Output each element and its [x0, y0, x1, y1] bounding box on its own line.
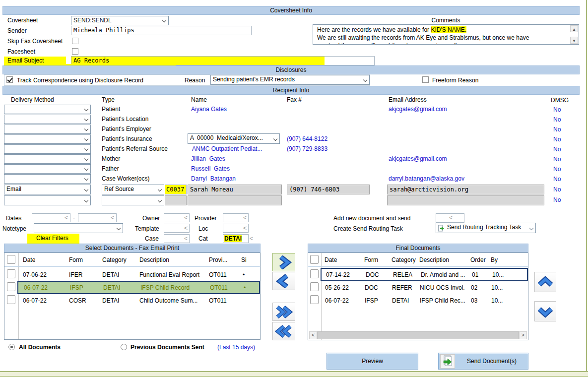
select-all-checkbox[interactable] [310, 255, 319, 264]
date-to-lookup-arrow[interactable]: < [111, 214, 114, 222]
delivery-method-select-1[interactable] [4, 105, 91, 114]
coversheet-info-bar: Coversheet Info [2, 6, 580, 15]
frow1-order: 01 [472, 271, 478, 279]
frow3-by: 10... [491, 297, 503, 305]
chevron-down-icon [158, 188, 162, 191]
select-all-checkbox[interactable] [7, 255, 15, 264]
date-from-lookup-arrow[interactable]: < [65, 214, 68, 222]
final-row1-checkbox[interactable] [310, 269, 319, 278]
col-header-by: By [491, 256, 498, 264]
move-right-button[interactable] [272, 253, 295, 271]
comments-textarea[interactable]: Here are the records we have available f… [313, 24, 579, 45]
recipient-fax-referral: (907) 729-8833 [287, 145, 327, 153]
chevron-down-icon [84, 137, 88, 141]
facesheet-checkbox[interactable] [72, 48, 78, 55]
final-documents-table: Date Form Category Description Order By … [308, 252, 528, 340]
track-correspondence-label: Track Correspondence using Disclosure Re… [17, 76, 143, 84]
delivery-method-select-4[interactable] [4, 134, 91, 144]
reason-select[interactable]: Sending patient's EMR records [210, 75, 370, 85]
coversheet-select[interactable]: SEND:SENDL [71, 16, 169, 25]
table-row-selected[interactable]: 06-07-22 IFSP DETAI IFSP Child Record OT… [17, 281, 260, 294]
insurance-select[interactable]: A 00000 Medicaid/Xerox... [188, 133, 280, 144]
frow3-category: DETAI [392, 297, 409, 305]
cat-field[interactable]: DETAI [223, 234, 249, 243]
delivery-method-select-7[interactable] [4, 164, 91, 174]
doc-row3-checkbox[interactable] [7, 295, 15, 304]
comments-scroll-down-button[interactable]: ▼ [570, 37, 578, 44]
move-up-button[interactable] [534, 272, 556, 292]
case-lookup-arrow[interactable]: < [184, 235, 188, 243]
col-header-form: Form [364, 256, 378, 264]
delivery-method-select-5[interactable] [4, 144, 91, 154]
comments-scroll-up-button[interactable]: ▲ [570, 25, 578, 32]
row1-category: DETAI [102, 271, 119, 279]
add-new-lookup-arrow[interactable]: < [449, 214, 453, 222]
delivery-method-select-6[interactable] [4, 154, 91, 164]
move-left-button[interactable] [272, 272, 295, 290]
provider-lookup-arrow[interactable]: < [243, 214, 247, 222]
final-row2-checkbox[interactable] [310, 282, 319, 291]
doc-row2-checkbox[interactable] [7, 282, 15, 291]
horizontal-scrollbar[interactable]: < > [309, 331, 527, 339]
recipient-type-select-10[interactable] [102, 195, 164, 205]
ref-source-select[interactable]: Ref Source [102, 185, 164, 194]
delivery-method-select-10[interactable] [4, 195, 91, 205]
delivery-method-select-9[interactable]: Email [4, 185, 91, 194]
freeform-reason-checkbox[interactable] [422, 76, 429, 83]
send-documents-button[interactable]: Send Document(s) [438, 353, 528, 370]
all-documents-radio[interactable] [8, 344, 15, 350]
scroll-left-button[interactable]: < [309, 331, 317, 339]
recipient-info-bar: Recipient Info [2, 86, 580, 95]
disclosures-title: Disclosures [275, 66, 306, 73]
row1-description: Functional Eval Report [139, 271, 199, 279]
move-all-left-button[interactable] [272, 322, 295, 340]
row2-si-dot: • [244, 284, 246, 292]
skip-fax-coversheet-label: Skip Fax Coversheet [7, 37, 63, 45]
col-header-date: Date [23, 256, 35, 264]
move-all-right-button[interactable] [272, 303, 295, 321]
cat-lookup-arrow[interactable]: < [250, 235, 253, 243]
sender-input[interactable]: Micheala Phillips [71, 26, 252, 35]
chevron-down-icon [84, 157, 88, 161]
delivery-method-value: Email [6, 186, 21, 192]
recipient-email-empty [387, 195, 544, 205]
notetype-select[interactable] [34, 223, 123, 233]
row1-provider: OT011 [209, 271, 227, 279]
table-row-selected[interactable]: 07-14-22 DOC RELEA Dr. Arnold and ... 01… [321, 268, 528, 281]
cat-label: Cat [198, 235, 208, 243]
send-document-icon [441, 355, 455, 368]
chevron-down-icon [158, 198, 162, 202]
col-header-order: Order [470, 256, 486, 264]
owner-lookup-arrow[interactable]: < [184, 214, 188, 222]
delivery-method-select-8[interactable] [4, 174, 91, 184]
type-header: Type [102, 96, 115, 104]
skip-fax-coversheet-checkbox[interactable] [72, 38, 78, 44]
template-lookup-arrow[interactable]: < [184, 224, 188, 232]
dmsg-header: DMSG [551, 96, 569, 104]
add-new-document-label: Add new document and send [333, 214, 410, 222]
final-row3-checkbox[interactable] [310, 295, 319, 304]
chevron-down-icon [84, 127, 88, 131]
chevron-down-icon [84, 147, 88, 151]
scroll-down-icon: ▼ [572, 39, 576, 43]
dates-label: Dates [6, 214, 21, 222]
delivery-method-select-2[interactable] [4, 115, 91, 124]
frow3-description: IFSP Child Rec... [420, 297, 465, 305]
previous-documents-radio[interactable] [121, 344, 127, 350]
move-down-button[interactable] [534, 301, 556, 321]
scroll-right-button[interactable]: > [519, 331, 527, 339]
send-routing-task-select[interactable]: Send Routing Tracking Task [436, 223, 536, 233]
doc-row1-checkbox[interactable] [7, 269, 15, 278]
ref-source-code-field[interactable]: C0037 [165, 185, 187, 194]
frow2-form: DOC [365, 284, 378, 292]
track-correspondence-checkbox[interactable] [6, 76, 13, 83]
loc-lookup-arrow[interactable]: < [243, 224, 247, 232]
frow2-order: 02 [471, 284, 477, 292]
delivery-method-select-3[interactable] [4, 125, 91, 134]
window-right-border [586, 0, 587, 372]
clear-filters-button[interactable]: Clear Filters [27, 234, 79, 244]
scrollbar-thumb[interactable] [317, 331, 519, 339]
preview-button[interactable]: Preview [327, 353, 418, 370]
row3-category: DETAI [102, 297, 119, 305]
create-send-routing-task-label: Create Send Routing Task [333, 225, 403, 233]
